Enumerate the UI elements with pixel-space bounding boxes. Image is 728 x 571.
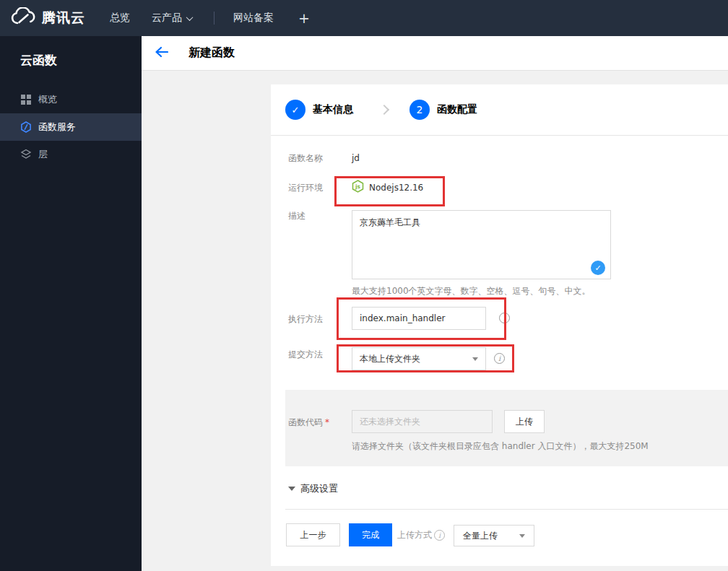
triangle-down-icon: [288, 487, 295, 491]
upload-mode-info-icon[interactable]: i: [434, 530, 445, 541]
step1-label: 基本信息: [313, 103, 353, 116]
required-asterisk: *: [325, 417, 329, 427]
upload-button[interactable]: 上传: [504, 410, 545, 433]
grid-icon: [20, 94, 32, 105]
scf-hexagon-icon: [20, 121, 32, 133]
topnav-beian-label: 网站备案: [233, 12, 274, 25]
topnav-item-products[interactable]: 云产品: [152, 12, 192, 25]
sidebar-item-function-service[interactable]: 函数服务: [0, 113, 142, 141]
dropdown-caret-icon: [472, 357, 478, 361]
description-label: 描述: [288, 209, 306, 222]
runtime-label: 运行环境: [288, 181, 323, 194]
cloud-logo-icon: [10, 7, 36, 30]
upload-mode-group: 上传方式 i: [397, 529, 445, 541]
topnav-item-beian[interactable]: 网站备案: [233, 12, 274, 25]
add-tab-icon[interactable]: +: [298, 10, 310, 26]
page-header: 新建函数: [142, 36, 728, 71]
function-code-label: 函数代码*: [288, 417, 329, 429]
advanced-settings-label: 高级设置: [300, 482, 338, 495]
tencent-cloud-console: 腾讯云 总览 云产品 网站备案 + 云函数: [0, 0, 728, 571]
back-button[interactable]: [155, 46, 168, 61]
submit-method-dropdown[interactable]: 本地上传文件夹: [352, 347, 486, 370]
step-chevron-icon: [379, 105, 389, 115]
runtime-value-group: js Nodejs12.16: [352, 180, 423, 196]
upload-mode-value: 全量上传: [463, 530, 519, 542]
description-textarea[interactable]: 京东薅羊毛工具: [352, 210, 611, 279]
sidebar-layers-label: 层: [38, 148, 48, 161]
page-title: 新建函数: [188, 45, 235, 61]
footer-divider: [285, 509, 728, 510]
finish-button[interactable]: 完成: [349, 523, 392, 546]
step2-label: 函数配置: [437, 103, 477, 116]
handler-label: 执行方法: [288, 313, 323, 326]
svg-text:js: js: [355, 183, 361, 190]
function-code-hint: 请选择文件夹（该文件夹根目录应包含 handler 入口文件），最大支持250M: [352, 440, 649, 452]
tencent-cloud-logo[interactable]: 腾讯云: [10, 7, 85, 30]
upload-mode-dropdown[interactable]: 全量上传: [454, 525, 534, 546]
nodejs-icon: js: [352, 180, 364, 196]
advanced-settings-toggle[interactable]: 高级设置: [288, 482, 338, 495]
top-nav-items: 总览 云产品 网站备案 +: [110, 10, 310, 26]
sidebar-item-layers[interactable]: 层: [0, 141, 142, 168]
back-arrow-icon: [155, 46, 168, 61]
top-navbar: 腾讯云 总览 云产品 网站备案 +: [0, 0, 728, 36]
topnav-divider: [214, 12, 214, 25]
handler-info-icon[interactable]: i: [499, 313, 510, 323]
create-function-card: ✓ 基本信息 2 函数配置 函数名称 jd 运行环境 js Nodejs12.1…: [271, 84, 728, 566]
runtime-value: Nodejs12.16: [369, 183, 423, 193]
stepper: ✓ 基本信息 2 函数配置: [271, 84, 728, 136]
submit-method-label: 提交方法: [288, 348, 323, 361]
topnav-products-label: 云产品: [152, 12, 182, 25]
prev-step-button[interactable]: 上一步: [286, 523, 340, 546]
handler-input[interactable]: [352, 307, 486, 330]
check-icon: ✓: [292, 105, 300, 115]
function-name-value: jd: [352, 152, 360, 165]
sidebar-product-title: 云函数: [0, 36, 142, 69]
dropdown-caret-icon: [519, 534, 525, 538]
topnav-item-overview[interactable]: 总览: [110, 12, 130, 25]
brand-name: 腾讯云: [42, 9, 85, 27]
sidebar-item-overview[interactable]: 概览: [0, 86, 142, 113]
folder-path-input[interactable]: [352, 410, 493, 433]
submit-method-value: 本地上传文件夹: [360, 353, 472, 365]
layers-icon: [20, 149, 32, 160]
chevron-down-icon: [186, 14, 194, 21]
sidebar-overview-label: 概览: [38, 93, 57, 106]
function-code-section: 函数代码* 上传 请选择文件夹（该文件夹根目录应包含 handler 入口文件）…: [285, 390, 728, 466]
step2-number: 2: [417, 104, 423, 115]
step2-circle: 2: [410, 100, 430, 120]
submit-method-info-icon[interactable]: i: [494, 353, 505, 364]
sidebar-function-service-label: 函数服务: [38, 121, 76, 134]
step1-circle: ✓: [285, 100, 306, 120]
sidebar: 云函数 概览: [0, 36, 142, 571]
valid-check-badge: ✓: [591, 261, 605, 275]
function-code-label-text: 函数代码: [288, 417, 323, 427]
sidebar-menu: 概览 函数服务 层: [0, 86, 142, 168]
topnav-overview-label: 总览: [110, 12, 130, 25]
description-hint: 最大支持1000个英文字母、数字、空格、逗号、句号、中文。: [352, 285, 591, 297]
upload-mode-label: 上传方式: [397, 529, 432, 541]
function-name-label: 函数名称: [288, 152, 323, 165]
